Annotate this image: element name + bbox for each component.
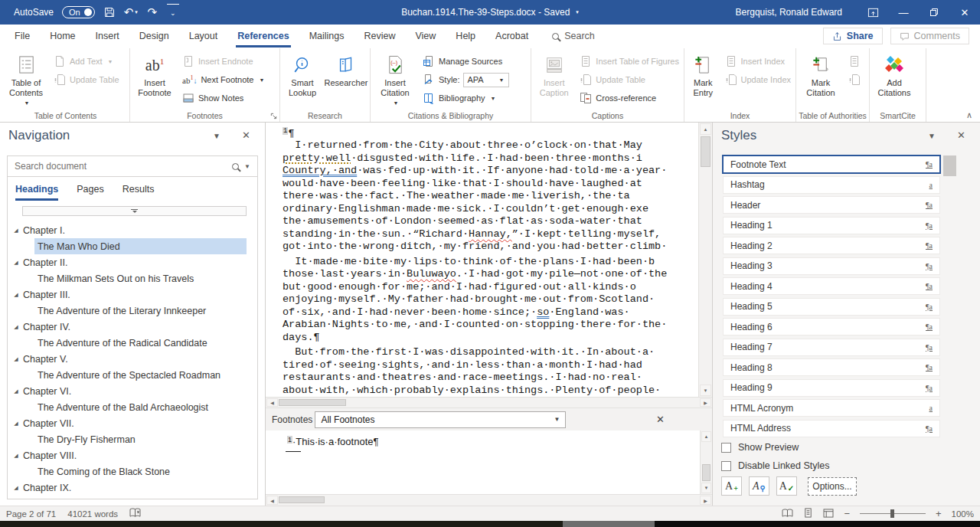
zoom-slider-thumb[interactable]	[890, 509, 894, 518]
footnotes-vertical-scrollbar[interactable]: ▲ ▼	[700, 430, 712, 494]
heading-item[interactable]: ◢Chapter IV.	[8, 319, 257, 335]
navigation-pane-options-icon[interactable]: ▼	[213, 132, 220, 140]
ribbon-tab[interactable]: References	[227, 25, 299, 47]
heading-item[interactable]: ◢Chapter VII.	[8, 415, 257, 431]
heading-item[interactable]: ◢Chapter V.	[8, 351, 257, 367]
zoom-in-icon[interactable]: +	[936, 509, 942, 519]
style-entry[interactable]: Heading 1¶a	[723, 217, 940, 234]
heading-item[interactable]: ◢The Man Who Died	[34, 238, 247, 254]
zoom-level[interactable]: 100%	[952, 509, 974, 519]
disable-linked-styles-checkbox[interactable]: Disable Linked Styles	[721, 460, 830, 471]
restore-icon[interactable]	[919, 0, 949, 25]
document-horizontal-scrollbar[interactable]: ◀ ▶	[266, 397, 712, 408]
document-vertical-scrollbar[interactable]: ▲ ▼	[698, 123, 712, 397]
insert-citation-button[interactable]: (–) Insert Citation▼	[371, 49, 419, 109]
read-mode-icon[interactable]	[782, 509, 793, 519]
styles-pane-close-icon[interactable]: ✕	[957, 129, 965, 141]
heading-item[interactable]: ◢Chapter II.	[8, 254, 257, 270]
scroll-left-arrow-icon[interactable]: ◀	[266, 398, 278, 407]
headings-scroll-up-strip[interactable]	[22, 206, 247, 216]
style-entry[interactable]: Heading 5¶a	[723, 298, 940, 316]
customize-qat-icon[interactable]: ⌄	[167, 4, 179, 21]
autosave-toggle[interactable]: On	[62, 6, 95, 18]
ribbon-tab[interactable]: File	[5, 25, 40, 47]
collapse-triangle-icon[interactable]: ◢	[8, 356, 23, 362]
insert-footnote-button[interactable]: ab1 Insert Footnote	[131, 49, 178, 109]
collapse-triangle-icon[interactable]: ◢	[8, 453, 23, 459]
smart-lookup-button[interactable]: Smart Lookup	[281, 49, 324, 109]
ribbon-tab[interactable]: Help	[446, 25, 485, 47]
scroll-up-arrow-icon[interactable]: ▲	[701, 431, 711, 442]
heading-item[interactable]: ◢Chapter VI.	[8, 383, 257, 399]
proofing-status-icon[interactable]	[129, 508, 141, 519]
close-icon[interactable]: ✕	[949, 0, 980, 25]
collapse-triangle-icon[interactable]: ◢	[8, 324, 23, 330]
scroll-down-arrow-icon[interactable]: ▼	[701, 483, 711, 493]
collapse-triangle-icon[interactable]: ◢	[8, 388, 23, 394]
style-entry[interactable]: Heading 9¶a	[723, 379, 940, 397]
cross-reference-button[interactable]: Cross-reference	[577, 90, 681, 106]
footnotes-pane-content[interactable]: 1·This·is·a·footnote¶ ▲ ▼	[266, 430, 712, 494]
ribbon-tab[interactable]: View	[405, 25, 446, 47]
navigation-pane-close-icon[interactable]: ✕	[242, 129, 250, 141]
heading-item[interactable]: ◢Chapter IX.	[8, 480, 257, 496]
save-icon[interactable]	[103, 4, 116, 21]
ribbon-tab[interactable]: Review	[354, 25, 405, 47]
bibliography-button[interactable]: Bibliography▼	[420, 90, 511, 106]
collapse-triangle-icon[interactable]: ◢	[8, 227, 23, 234]
new-style-button[interactable]: A+	[721, 476, 742, 496]
styles-scroll-thumb[interactable]	[943, 155, 956, 176]
navigation-tab[interactable]: Results	[122, 184, 155, 201]
heading-item[interactable]: ◢The Adventure of the Spectacled Roadman	[34, 367, 247, 383]
style-entry[interactable]: Heading 2¶a	[723, 237, 940, 254]
share-button[interactable]: Share	[823, 28, 883, 44]
style-entry[interactable]: Heading 4¶a	[723, 277, 940, 295]
search-document-icon[interactable]	[232, 163, 239, 170]
print-layout-icon[interactable]	[803, 508, 813, 519]
document-text[interactable]: 1¶ I·returned·from·the·City·about·three·…	[266, 123, 698, 397]
ribbon-display-options-icon[interactable]	[858, 0, 888, 25]
style-inspector-button[interactable]: A⚲	[749, 476, 769, 496]
style-entry[interactable]: Footnote Text¶a	[723, 155, 940, 173]
heading-item[interactable]: ◢The Coming of the Black Stone	[34, 463, 247, 480]
scroll-down-arrow-icon[interactable]: ▼	[700, 385, 711, 396]
web-layout-icon[interactable]	[823, 509, 834, 519]
ribbon-tab[interactable]: Insert	[86, 25, 129, 47]
footnotes-pane-close-icon[interactable]: ✕	[656, 414, 665, 425]
undo-caret-icon[interactable]: ▾	[135, 9, 138, 15]
vertical-scroll-thumb[interactable]	[702, 464, 710, 481]
style-entry[interactable]: Heading 8¶a	[723, 358, 940, 376]
redo-icon[interactable]: ↷	[146, 4, 158, 21]
ribbon-tab[interactable]: Home	[40, 25, 85, 47]
scroll-right-arrow-icon[interactable]: ▶	[700, 398, 711, 407]
styles-pane-options-icon[interactable]: ▼	[928, 132, 936, 140]
style-entry[interactable]: Heading 7¶a	[723, 339, 940, 356]
navigation-tab[interactable]: Pages	[77, 184, 103, 201]
heading-item[interactable]: ◢The Milkman Sets Out on his Travels	[34, 270, 247, 286]
zoom-out-icon[interactable]: −	[844, 509, 850, 519]
footnotes-dialog-launcher-icon[interactable]	[270, 112, 278, 119]
heading-item[interactable]: ◢Chapter III.	[8, 286, 257, 303]
scroll-up-arrow-icon[interactable]: ▲	[700, 123, 711, 135]
table-of-contents-button[interactable]: Table of Contents▼	[2, 49, 50, 109]
ribbon-tab[interactable]: Design	[129, 25, 179, 47]
collapse-triangle-icon[interactable]: ◢	[8, 421, 23, 427]
ribbon-tab[interactable]: Mailings	[299, 25, 354, 47]
scroll-left-arrow-icon[interactable]: ◀	[266, 496, 278, 505]
style-entry[interactable]: Hashtaga	[723, 176, 940, 194]
horizontal-scroll-thumb[interactable]	[279, 496, 325, 503]
add-citations-button[interactable]: Add Citations	[871, 49, 918, 109]
collapse-triangle-icon[interactable]: ◢	[8, 292, 23, 298]
heading-item[interactable]: ◢The Dry-Fly Fisherman	[34, 431, 247, 447]
word-count[interactable]: 41021 words	[67, 509, 118, 519]
ribbon-tab[interactable]: Layout	[179, 25, 228, 47]
style-entry[interactable]: Header¶a	[723, 196, 940, 214]
next-footnote-button[interactable]: ab1↓Next Footnote▼	[180, 72, 266, 87]
vertical-scroll-thumb[interactable]	[701, 136, 710, 167]
collapse-ribbon-icon[interactable]: ∧	[966, 110, 972, 120]
comments-button[interactable]: Comments	[890, 28, 969, 44]
style-entry[interactable]: HTML Acronyma	[723, 399, 940, 417]
search-document-input[interactable]	[15, 161, 227, 172]
show-notes-button[interactable]: Show Notes	[180, 90, 266, 106]
footnotes-filter-select[interactable]: All Footnotes▼	[315, 411, 566, 428]
